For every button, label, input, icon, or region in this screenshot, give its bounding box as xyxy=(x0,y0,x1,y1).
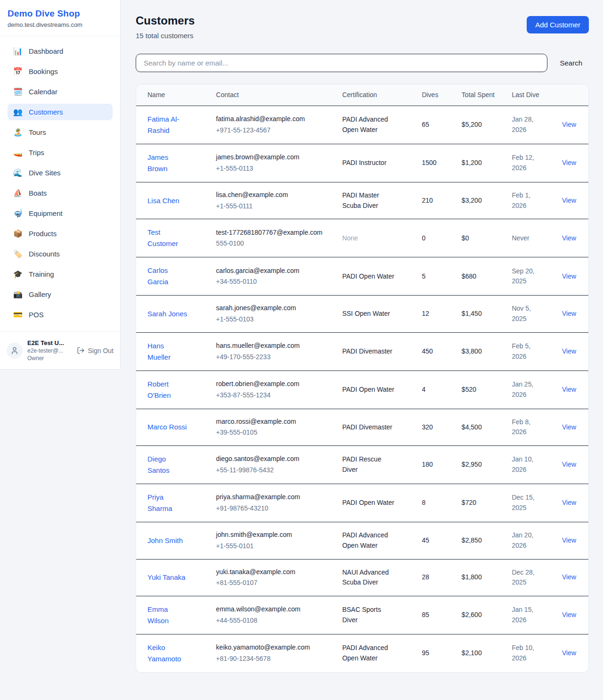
customer-actions-cell: View xyxy=(554,409,588,445)
view-customer-link[interactable]: View xyxy=(562,573,576,581)
sidebar-item-label: Dive Sites xyxy=(29,169,61,177)
customer-name-link[interactable]: Hans Mueller xyxy=(147,340,189,363)
customer-name-link[interactable]: Diego Santos xyxy=(147,453,189,476)
sidebar-item-training[interactable]: 🎓Training xyxy=(8,266,113,282)
sidebar-item-products[interactable]: 📦Products xyxy=(8,225,113,242)
customer-contact-cell: emma.wilson@example.com+44-555-0108 xyxy=(209,596,335,634)
customer-last-dive: Feb 5, 2026 xyxy=(512,341,545,362)
table-row: Emma Wilsonemma.wilson@example.com+44-55… xyxy=(136,596,588,634)
search-input[interactable] xyxy=(136,54,547,72)
customer-contact-cell: diego.santos@example.com+55-11-99876-543… xyxy=(209,446,335,484)
customer-contact-cell: hans.mueller@example.com+49-170-555-2233 xyxy=(209,332,335,371)
customer-name-link[interactable]: Sarah Jones xyxy=(147,308,187,320)
view-customer-link[interactable]: View xyxy=(562,536,576,544)
user-name: E2E Test U... xyxy=(27,339,72,346)
sidebar-item-trips[interactable]: 🚤Trips xyxy=(8,144,113,161)
table-row: Priya Sharmapriya.sharma@example.com+91-… xyxy=(136,484,588,522)
sign-out-button[interactable]: Sign Out xyxy=(77,346,114,354)
customer-certification-cell: PADI Open Water xyxy=(334,371,414,409)
sidebar-item-label: Trips xyxy=(29,148,44,156)
customer-name-link[interactable]: Marco Rossi xyxy=(147,421,187,433)
customer-contact-cell: lisa.chen@example.com+1-555-0111 xyxy=(209,182,335,219)
table-row: Robert O'Brienrobert.obrien@example.com+… xyxy=(136,371,588,409)
view-customer-link[interactable]: View xyxy=(562,272,576,280)
table-row: Sarah Jonessarah.jones@example.com+1-555… xyxy=(136,296,588,332)
customer-contact-cell: robert.obrien@example.com+353-87-555-123… xyxy=(209,371,335,409)
user-email: e2e-tester@... xyxy=(27,347,72,354)
customer-name-link[interactable]: James Brown xyxy=(147,152,189,174)
sidebar-item-tours[interactable]: 🏝️Tours xyxy=(8,124,113,140)
sidebar-item-dashboard[interactable]: 📊Dashboard xyxy=(8,43,113,59)
customer-total-spent-cell: $2,600 xyxy=(454,596,505,634)
sidebar-item-dive-sites[interactable]: 🌊Dive Sites xyxy=(8,165,113,181)
customer-name-link[interactable]: Priya Sharma xyxy=(147,492,189,514)
customer-last-dive: Jan 15, 2026 xyxy=(512,605,545,625)
customer-email: keiko.yamamoto@example.com xyxy=(216,642,327,653)
sidebar-item-customers[interactable]: 👥Customers xyxy=(8,104,113,120)
bar-chart-icon: 📊 xyxy=(13,48,23,55)
table-row: Lisa Chenlisa.chen@example.com+1-555-011… xyxy=(136,182,588,219)
main-content: Customers 15 total customers Add Custome… xyxy=(121,0,603,685)
column-header-dives: Dives xyxy=(414,84,454,106)
view-customer-link[interactable]: View xyxy=(562,159,576,166)
customer-last-dive: Nov 5, 2025 xyxy=(512,304,545,324)
log-out-icon xyxy=(77,346,85,354)
add-customer-button[interactable]: Add Customer xyxy=(527,16,589,33)
customer-last-dive: Feb 1, 2026 xyxy=(512,190,545,211)
sidebar-item-boats[interactable]: ⛵Boats xyxy=(8,185,113,201)
sidebar-item-bookings[interactable]: 📅Bookings xyxy=(8,63,113,80)
customer-certification: NAUI Advanced Scuba Diver xyxy=(342,568,395,588)
customer-phone: +1-555-0101 xyxy=(216,541,327,552)
sidebar-item-discounts[interactable]: 🏷️Discounts xyxy=(8,246,113,262)
view-customer-link[interactable]: View xyxy=(562,461,576,468)
sidebar-item-label: Calendar xyxy=(29,88,57,96)
calendar-icon: 📅 xyxy=(13,68,23,75)
view-customer-link[interactable]: View xyxy=(562,197,576,204)
customer-name-cell: Fatima Al-Rashid xyxy=(136,106,209,144)
diving-mask-icon: 🤿 xyxy=(13,210,23,217)
customer-phone: +49-170-555-2233 xyxy=(216,352,327,362)
customer-name-cell: Test Customer xyxy=(136,219,209,257)
sidebar-item-label: Customers xyxy=(29,108,63,116)
customer-name-link[interactable]: Fatima Al-Rashid xyxy=(147,114,189,136)
sidebar-item-label: Boats xyxy=(29,189,47,197)
customer-email: robert.obrien@example.com xyxy=(216,379,327,389)
view-customer-link[interactable]: View xyxy=(562,121,576,128)
view-customer-link[interactable]: View xyxy=(562,611,576,618)
customer-name-link[interactable]: Yuki Tanaka xyxy=(147,572,186,583)
customer-phone: +971-55-123-4567 xyxy=(216,125,327,136)
customer-email: sarah.jones@example.com xyxy=(216,303,327,313)
view-customer-link[interactable]: View xyxy=(562,499,576,506)
view-customer-link[interactable]: View xyxy=(562,234,576,242)
view-customer-link[interactable]: View xyxy=(562,649,576,657)
customer-email: emma.wilson@example.com xyxy=(216,604,327,615)
sidebar-item-label: Products xyxy=(29,230,57,238)
customer-name-cell: Keiko Yamamoto xyxy=(136,634,209,672)
sidebar-item-pos[interactable]: 💳POS xyxy=(8,306,113,323)
sidebar-item-label: Equipment xyxy=(29,209,63,217)
customer-name-link[interactable]: Carlos Garcia xyxy=(147,265,189,288)
sidebar-item-equipment[interactable]: 🤿Equipment xyxy=(8,205,113,222)
customer-total-spent-cell: $3,800 xyxy=(454,332,505,371)
search-button[interactable]: Search xyxy=(553,55,589,71)
table-row: Hans Muellerhans.mueller@example.com+49-… xyxy=(136,332,588,371)
customer-name-link[interactable]: John Smith xyxy=(147,535,183,546)
customer-total-spent-cell: $680 xyxy=(454,257,505,296)
customer-dives-cell: 210 xyxy=(414,182,454,219)
view-customer-link[interactable]: View xyxy=(562,423,576,431)
sidebar-item-calendar[interactable]: 🗓️Calendar xyxy=(8,83,113,100)
island-icon: 🏝️ xyxy=(13,129,23,136)
sidebar-item-gallery[interactable]: 📸Gallery xyxy=(8,286,113,303)
customer-certification: PADI Divemaster xyxy=(342,422,392,433)
customer-dives-cell: 28 xyxy=(414,559,454,596)
view-customer-link[interactable]: View xyxy=(562,310,576,317)
view-customer-link[interactable]: View xyxy=(562,386,576,393)
customer-name-link[interactable]: Keiko Yamamoto xyxy=(147,642,189,665)
customer-name-link[interactable]: Lisa Chen xyxy=(147,195,179,206)
customer-actions-cell: View xyxy=(554,106,588,144)
view-customer-link[interactable]: View xyxy=(562,347,576,355)
customer-name-link[interactable]: Robert O'Brien xyxy=(147,379,189,401)
customer-name-link[interactable]: Emma Wilson xyxy=(147,604,189,626)
customer-name-link[interactable]: Test Customer xyxy=(147,227,189,249)
table-row: Carlos Garciacarlos.garcia@example.com+3… xyxy=(136,257,588,296)
